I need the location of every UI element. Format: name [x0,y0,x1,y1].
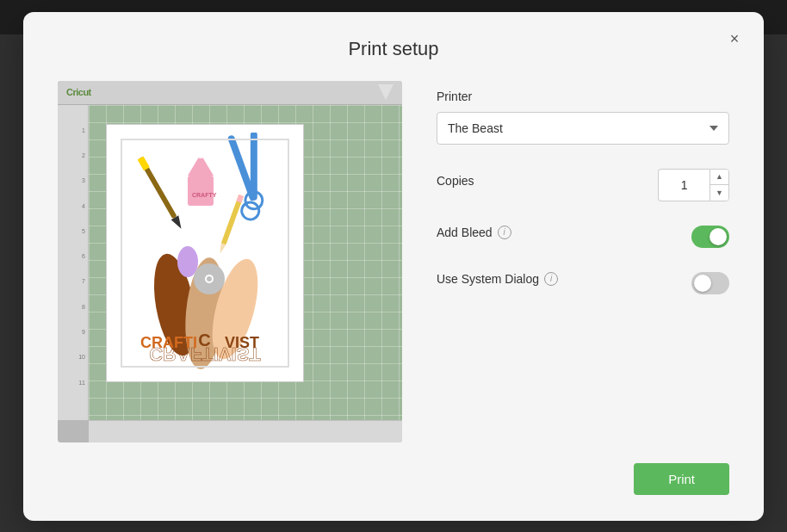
copies-label: Copies [437,174,474,188]
copies-decrement-button[interactable]: ▼ [710,185,728,201]
system-dialog-toggle-knob [694,275,711,292]
printer-dropdown[interactable]: The Beast [437,112,729,145]
settings-panel: Printer The Beast Copies ▲ ▼ [437,81,729,319]
add-bleed-label: Add Bleed i [437,226,511,239]
printer-label: Printer [437,90,729,103]
copies-spinners: ▲ ▼ [710,169,729,201]
mat-bottom-ruler [89,420,402,442]
copies-setting: Copies ▲ ▼ [437,169,729,201]
svg-text:VIST: VIST [225,334,259,351]
print-button[interactable]: Print [634,463,729,495]
system-dialog-row: Use System Dialog i [437,272,729,294]
print-setup-modal: × Print setup Cricut 1 2 3 [23,12,764,521]
svg-text:CRAFTI: CRAFTI [140,334,197,351]
svg-point-21 [207,276,212,281]
printer-setting: Printer The Beast [437,90,729,145]
copies-row: Copies ▲ ▼ [437,169,729,201]
svg-rect-5 [251,133,257,201]
ruler-left-numbers: 1 2 3 4 5 6 7 8 9 10 11 [58,105,89,420]
craftivist-art-svg: CRAFTY [115,133,295,374]
print-preview-container: Cricut 1 2 3 4 5 6 7 8 9 [58,81,402,442]
mat-top-bar: Cricut [58,81,402,105]
svg-text:C: C [198,331,211,350]
close-button[interactable]: × [722,28,747,52]
svg-point-10 [196,150,205,158]
add-bleed-setting: Add Bleed i [437,226,729,248]
cricut-logo: Cricut [66,87,91,97]
copies-input[interactable] [658,169,710,201]
svg-text:CRAFTY: CRAFTY [192,192,217,198]
add-bleed-toggle[interactable] [691,226,729,248]
modal-footer: Print [58,463,729,495]
mat-handle [378,84,394,100]
add-bleed-row: Add Bleed i [437,226,729,248]
modal-overlay: × Print setup Cricut 1 2 3 [0,0,787,532]
art-preview: CRAFTY [106,124,304,382]
modal-body: Cricut 1 2 3 4 5 6 7 8 9 [58,81,729,442]
add-bleed-toggle-knob [710,228,727,245]
system-dialog-info-icon[interactable]: i [544,272,558,286]
system-dialog-toggle[interactable] [691,272,729,294]
copies-increment-button[interactable]: ▲ [710,170,728,186]
svg-point-18 [177,246,198,277]
svg-rect-8 [188,176,214,206]
system-dialog-label: Use System Dialog i [437,272,558,286]
copies-input-wrap: ▲ ▼ [658,169,729,201]
cricut-mat: Cricut 1 2 3 4 5 6 7 8 9 [58,81,402,442]
add-bleed-info-icon[interactable]: i [498,226,511,239]
system-dialog-setting: Use System Dialog i [437,272,729,294]
modal-title: Print setup [58,38,729,60]
